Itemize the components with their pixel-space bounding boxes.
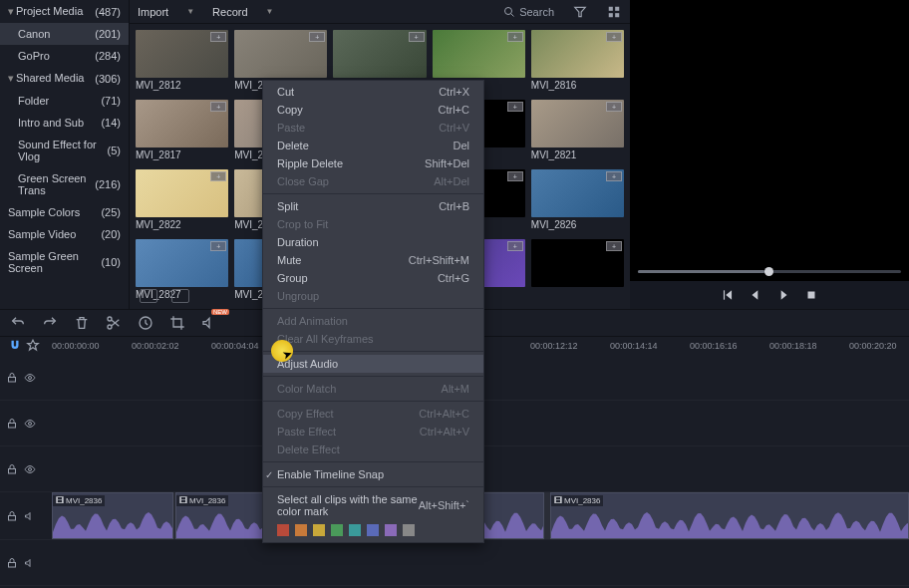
svg-line-1 bbox=[511, 13, 514, 16]
media-thumbnail[interactable]: + bbox=[531, 239, 624, 303]
context-menu-item[interactable]: DeleteDel bbox=[263, 137, 483, 154]
sidebar-item[interactable]: GoPro(284) bbox=[0, 45, 129, 67]
media-thumbnail[interactable]: +MVI_2822 bbox=[136, 169, 228, 233]
stop-button[interactable] bbox=[804, 288, 818, 302]
context-menu-item: Clear All Keyframes bbox=[263, 330, 483, 348]
sidebar-item[interactable]: Folder(71) bbox=[0, 90, 129, 112]
media-thumbnail[interactable]: +MVI_2812 bbox=[136, 30, 228, 94]
redo-icon[interactable] bbox=[42, 315, 58, 331]
media-thumbnail[interactable]: +MVI_2826 bbox=[531, 169, 624, 233]
context-menu-item[interactable]: SplitCtrl+B bbox=[263, 197, 483, 215]
sidebar-item[interactable]: Green Screen Trans(216) bbox=[0, 167, 129, 201]
add-clip-icon[interactable]: + bbox=[606, 32, 622, 42]
undo-icon[interactable] bbox=[10, 315, 26, 331]
add-clip-icon[interactable]: + bbox=[210, 171, 226, 181]
context-menu-item: Add Animation bbox=[263, 312, 483, 330]
svg-rect-3 bbox=[609, 6, 613, 10]
context-menu-item[interactable]: MuteCtrl+Shift+M bbox=[263, 251, 483, 269]
filter-icon[interactable] bbox=[572, 4, 588, 20]
clip-context-menu: CutCtrl+XCopyCtrl+CPasteCtrl+VDeleteDelR… bbox=[262, 80, 484, 543]
sidebar-item[interactable]: ▾Shared Media(306) bbox=[0, 67, 129, 90]
media-thumbnail[interactable]: +MVI_2821 bbox=[531, 100, 624, 163]
color-swatch[interactable] bbox=[403, 524, 415, 536]
lock-track-icon[interactable] bbox=[6, 418, 18, 430]
context-menu-item[interactable]: ✓Enable Timeline Snap bbox=[263, 465, 483, 483]
color-swatch[interactable] bbox=[295, 524, 307, 536]
svg-point-0 bbox=[505, 7, 512, 14]
preview-scrubber[interactable] bbox=[630, 261, 909, 281]
preview-panel bbox=[630, 0, 909, 309]
media-toolbar: Import▼ Record▼ Search bbox=[130, 0, 630, 24]
color-swatch[interactable] bbox=[313, 524, 325, 536]
lock-track-icon[interactable] bbox=[6, 510, 18, 522]
visibility-icon[interactable] bbox=[24, 463, 36, 475]
mute-track-icon[interactable] bbox=[24, 557, 36, 569]
sidebar-item[interactable]: Intro and Sub(14) bbox=[0, 112, 129, 134]
marker-icon[interactable] bbox=[26, 339, 40, 353]
preview-screen[interactable] bbox=[630, 0, 909, 261]
visibility-icon[interactable] bbox=[24, 372, 36, 384]
color-swatch[interactable] bbox=[349, 524, 361, 536]
new-bin-icon[interactable] bbox=[140, 289, 157, 303]
color-swatch[interactable] bbox=[277, 524, 289, 536]
add-clip-icon[interactable]: + bbox=[507, 102, 523, 112]
mute-track-icon[interactable] bbox=[24, 510, 36, 522]
ruler-timecode: 00:00:12:12 bbox=[530, 341, 578, 351]
add-clip-icon[interactable]: + bbox=[606, 171, 622, 181]
svg-rect-25 bbox=[9, 562, 16, 567]
add-clip-icon[interactable]: + bbox=[507, 241, 523, 251]
speed-icon[interactable] bbox=[138, 315, 153, 331]
record-dropdown[interactable]: Record▼ bbox=[212, 6, 273, 18]
context-menu-item[interactable]: Adjust Audio bbox=[263, 355, 483, 373]
add-clip-icon[interactable]: + bbox=[409, 32, 425, 42]
color-swatch[interactable] bbox=[367, 524, 379, 536]
color-swatch[interactable] bbox=[331, 524, 343, 536]
search-input[interactable]: Search bbox=[503, 6, 554, 18]
add-clip-icon[interactable]: + bbox=[210, 241, 226, 251]
timeline-clip[interactable]: 🎞MVI_2836 bbox=[550, 492, 909, 539]
add-clip-icon[interactable]: + bbox=[507, 171, 523, 181]
sidebar-item[interactable]: ▾Project Media(487) bbox=[0, 0, 129, 23]
context-menu-item[interactable]: CopyCtrl+C bbox=[263, 101, 483, 119]
play-reverse-button[interactable] bbox=[749, 288, 762, 302]
sidebar-item[interactable]: Sample Colors(25) bbox=[0, 201, 129, 223]
sidebar-item[interactable]: Canon(201) bbox=[0, 23, 129, 45]
media-thumbnail[interactable]: +MVI_2816 bbox=[531, 30, 624, 94]
lock-track-icon[interactable] bbox=[6, 372, 18, 384]
context-menu-item[interactable]: Duration bbox=[263, 233, 483, 251]
media-thumbnail[interactable]: +MVI_2817 bbox=[136, 100, 228, 163]
prev-frame-button[interactable] bbox=[721, 288, 735, 302]
svg-marker-10 bbox=[781, 290, 787, 299]
grid-view-icon[interactable] bbox=[606, 4, 622, 20]
audio-tool-icon[interactable] bbox=[201, 315, 217, 331]
add-clip-icon[interactable]: + bbox=[210, 102, 226, 112]
context-menu-item[interactable]: GroupCtrl+G bbox=[263, 269, 483, 287]
add-clip-icon[interactable]: + bbox=[507, 32, 523, 42]
lock-track-icon[interactable] bbox=[6, 557, 18, 569]
context-menu-item: Crop to Fit bbox=[263, 215, 483, 233]
add-clip-icon[interactable]: + bbox=[606, 102, 622, 112]
sidebar-item[interactable]: Sample Video(20) bbox=[0, 223, 129, 245]
add-clip-icon[interactable]: + bbox=[210, 32, 226, 42]
context-menu-item[interactable]: Select all clips with the same color mar… bbox=[263, 490, 483, 520]
split-icon[interactable] bbox=[106, 315, 122, 331]
context-menu-item[interactable]: CutCtrl+X bbox=[263, 83, 483, 101]
crop-icon[interactable] bbox=[169, 315, 185, 331]
import-dropdown[interactable]: Import▼ bbox=[138, 6, 194, 18]
snap-toggle-icon[interactable] bbox=[8, 339, 22, 353]
svg-point-20 bbox=[29, 467, 32, 470]
add-clip-icon[interactable]: + bbox=[606, 241, 622, 251]
sidebar-item[interactable]: Sound Effect for Vlog(5) bbox=[0, 134, 129, 167]
film-icon: 🎞 bbox=[554, 496, 562, 505]
context-menu-item[interactable]: Ripple DeleteShift+Del bbox=[263, 154, 483, 172]
color-swatch[interactable] bbox=[385, 524, 397, 536]
lock-track-icon[interactable] bbox=[6, 463, 18, 475]
add-clip-icon[interactable]: + bbox=[309, 32, 325, 42]
timeline-clip[interactable]: 🎞MVI_2836 bbox=[52, 492, 173, 539]
new-folder-icon[interactable] bbox=[171, 289, 189, 303]
svg-rect-11 bbox=[808, 292, 815, 299]
visibility-icon[interactable] bbox=[24, 418, 36, 430]
play-button[interactable] bbox=[776, 288, 790, 302]
delete-icon[interactable] bbox=[74, 315, 90, 331]
sidebar-item[interactable]: Sample Green Screen(10) bbox=[0, 245, 129, 279]
